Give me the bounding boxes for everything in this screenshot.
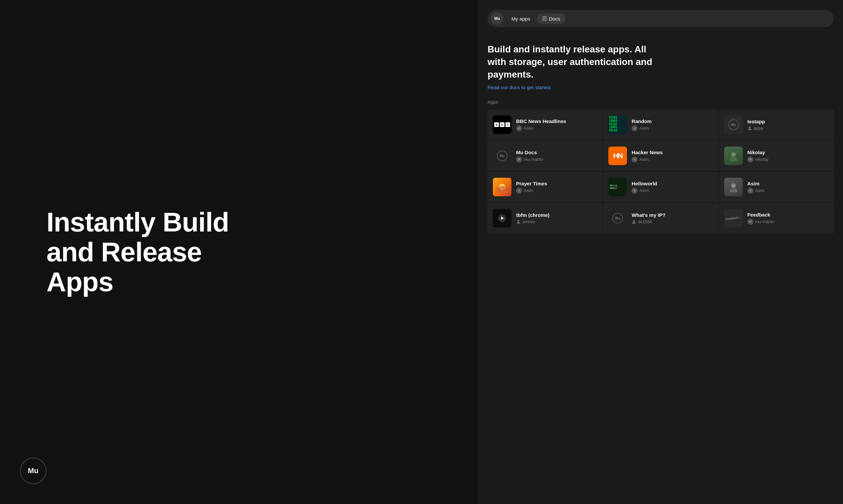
app-name: tbfm (chrome) [516,212,597,218]
user-name: Asim [524,126,533,131]
app-user: A Asim [747,188,828,194]
app-info: What's my IP? ac1556 [632,212,712,224]
app-thumb-prayer [493,178,512,196]
docs-link[interactable]: Read our docs to get started. [487,85,653,90]
tagline-text: Build and instantly release apps. All wi… [487,43,653,80]
app-info: BBC News Headlines A Asim [516,119,597,131]
app-user: A Asim [516,188,597,194]
app-name: Nikolay [747,149,828,155]
svg-point-5 [729,157,738,161]
app-card-testapp[interactable]: Mu testapp appa [719,109,834,140]
app-user: anxion [516,219,597,224]
user-avatar: M [516,157,522,162]
user-name: anxion [522,219,535,224]
user-avatar: A [632,188,638,194]
hero-section: Instantly Build and Release Apps [47,207,239,297]
user-avatar: A [747,188,753,194]
user-name: appa [754,126,763,131]
user-avatar: A [632,125,638,131]
docs-icon [542,16,547,21]
svg-point-4 [731,152,736,157]
app-thumb-whatsip: Mu [608,209,627,228]
photo-nikolay [724,147,743,165]
user-name: Asim [639,126,649,131]
app-name: testapp [747,119,828,124]
app-card-asim[interactable]: Asim A Asim [719,172,834,202]
app-info: Mu Docs M mu-martin [516,149,597,162]
app-user: A Asim [632,125,712,131]
app-card-random[interactable]: 0110110010011011100100110 Random A Asim [603,109,718,140]
bottom-logo: Mu [20,457,47,484]
app-card-feedback[interactable]: feedback... Feedback M mu-martin [719,203,834,233]
play-icon [498,214,506,222]
app-user: M mu-martin [516,157,597,162]
person-icon [747,126,752,131]
app-thumb-asim [724,178,743,196]
app-name: Helloworld [632,181,712,186]
user-name: Asim [639,157,649,162]
app-user: A Asim [632,157,712,162]
app-user: ac1556 [632,219,712,224]
app-thumb-random: 0110110010011011100100110 [608,115,627,134]
app-info: Helloworld A Asim [632,181,712,194]
app-card-whats-my-ip[interactable]: Mu What's my IP? ac1556 [603,203,718,233]
app-info: tbfm (chrome) anxion [516,212,597,224]
person-icon [632,219,636,224]
app-thumb-hn: HN [608,147,627,165]
app-name: What's my IP? [632,212,712,218]
user-name: mu-martin [524,157,543,162]
app-thumb-feedback: feedback... [724,209,743,228]
photo-asim [724,178,743,196]
app-info: Prayer Times A Asim [516,181,597,194]
user-name: mu-martin [755,219,775,224]
app-user: A Asim [516,125,597,131]
nav-bar: Mu My apps Docs [487,10,834,27]
user-name: Asim [639,188,649,193]
app-card-mu-docs[interactable]: Mu Mu Docs M mu-martin [487,141,602,171]
user-avatar: A [516,125,522,131]
app-info: Hacker News A Asim [632,149,712,162]
person-icon [516,219,521,224]
user-avatar: M [747,219,753,225]
app-thumb-bbc: B B C [493,115,512,134]
user-name: Asim [524,188,533,193]
app-thumb-nikolay [724,147,743,165]
app-card-hacker-news[interactable]: HN Hacker News A Asim [603,141,718,171]
app-info: Feedback M mu-martin [747,212,828,225]
user-name: Asim [755,188,765,193]
user-avatar: N [747,157,753,162]
app-card-tbfm[interactable]: tbfm (chrome) anxion [487,203,602,233]
mu-icon: Mu [728,119,739,130]
app-card-nikolay[interactable]: Nikolay N nikolay [719,141,834,171]
user-avatar: A [516,188,522,194]
nav-docs[interactable]: Docs [537,14,566,24]
hero-title: Instantly Build and Release Apps [47,207,239,297]
app-name: Mu Docs [516,149,597,155]
app-user: A Asim [632,188,712,194]
app-name: Hacker News [632,149,712,155]
app-info: testapp appa [747,119,828,131]
main-content: Build and instantly release apps. All wi… [487,36,834,497]
app-name: Prayer Times [516,181,597,186]
app-card-prayer-times[interactable]: Prayer Times A Asim [487,172,602,202]
user-name: nikolay [755,157,768,162]
app-card-helloworld[interactable]: HELLO, WORLD Helloworld A Asim [603,172,718,202]
nav-logo: Mu [491,12,503,25]
svg-point-8 [729,188,738,192]
apps-label: Apps [487,100,834,105]
app-name: Asim [747,181,828,186]
app-user: appa [747,126,828,131]
app-thumb-tbfm [493,209,512,228]
app-thumb-testapp: Mu [724,115,743,134]
app-name: Feedback [747,212,828,217]
user-avatar: A [632,157,638,162]
app-info: Random A Asim [632,119,712,131]
nav-my-apps[interactable]: My apps [506,14,536,24]
app-card-bbc-news[interactable]: B B C BBC News Headlines A Asim [487,109,602,140]
app-thumb-mu-docs: Mu [493,147,512,165]
right-panel: Mu My apps Docs Build and instantly rele… [478,0,843,504]
svg-point-7 [731,183,736,188]
app-name: Random [632,119,712,124]
mu-icon: Mu [497,150,507,161]
tagline: Build and instantly release apps. All wi… [487,43,653,90]
